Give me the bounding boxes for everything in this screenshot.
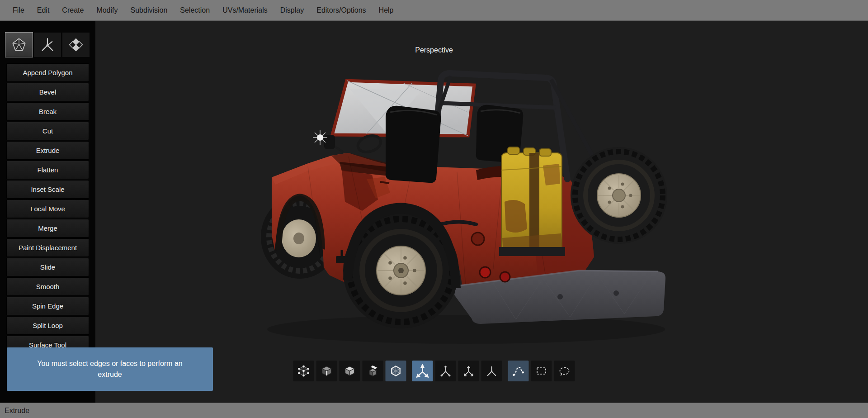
spare-tire — [571, 147, 667, 244]
menu-help[interactable]: Help — [373, 6, 400, 14]
axis-dots-icon — [439, 364, 453, 378]
tool-paint-displacement[interactable]: Paint Displacement — [6, 238, 89, 257]
menu-display[interactable]: Display — [274, 6, 310, 14]
tool-spin-edge[interactable]: Spin Edge — [6, 297, 89, 315]
notification-toast: You must select edges or faces to perfor… — [7, 347, 213, 391]
move-tool-button[interactable] — [412, 361, 433, 381]
marquee-rect-icon — [535, 364, 548, 378]
face-select-mode-button[interactable] — [340, 361, 360, 381]
antenna-puff — [313, 130, 327, 145]
axis-arrows-icon — [462, 364, 476, 378]
cube-object-icon — [366, 364, 380, 378]
vertex-select-mode-button[interactable] — [293, 361, 314, 381]
checker-diamond-icon — [68, 37, 84, 52]
tool-extrude[interactable]: Extrude — [6, 141, 89, 160]
axis-arrows-tool-button[interactable] — [458, 361, 479, 381]
menu-file[interactable]: File — [6, 6, 31, 14]
edge-select-mode-button[interactable] — [316, 361, 337, 381]
tool-slide[interactable]: Slide — [6, 258, 89, 276]
menu-edit[interactable]: Edit — [31, 6, 56, 14]
ground-shadow — [267, 315, 665, 344]
uv-tools-tab[interactable] — [62, 33, 90, 57]
polygon-tools-tab[interactable] — [5, 33, 33, 57]
menu-selection[interactable]: Selection — [174, 6, 216, 14]
notification-message: You must select edges or faces to perfor… — [26, 358, 194, 380]
polygon-select-mode-button[interactable] — [386, 361, 406, 381]
menu-modify[interactable]: Modify — [90, 6, 124, 14]
tool-inset-scale[interactable]: Inset Scale — [6, 180, 89, 199]
tool-bevel[interactable]: Bevel — [6, 83, 89, 101]
tool-merge[interactable]: Merge — [6, 219, 89, 238]
jeep-model — [261, 73, 667, 344]
move-axis-icon — [416, 364, 429, 378]
viewport-3d[interactable]: Perspective — [95, 21, 868, 403]
tool-local-move[interactable]: Local Move — [6, 200, 89, 218]
viewport-perspective-label: Perspective — [415, 46, 453, 54]
menu-uvs-materials[interactable]: UVs/Materials — [216, 6, 274, 14]
tool-list: Append Polygon Bevel Break Cut Extrude F… — [0, 62, 95, 354]
bottom-toolbar — [293, 361, 575, 381]
cube-vertices-icon — [297, 364, 311, 378]
hexagon-icon — [389, 364, 403, 378]
tool-flatten[interactable]: Flatten — [6, 161, 89, 179]
axis-pivot-tool-button[interactable] — [481, 361, 502, 381]
jerry-can — [499, 147, 565, 256]
lasso-select-tool-button[interactable] — [554, 361, 575, 381]
status-bar-text: Extrude — [5, 407, 29, 415]
tool-cut[interactable]: Cut — [6, 122, 89, 140]
selection-mode-group — [293, 361, 406, 381]
tool-panel: Append Polygon Bevel Break Cut Extrude F… — [0, 21, 95, 403]
wireframe-gem-icon — [11, 37, 27, 52]
axis-dots-tool-button[interactable] — [435, 361, 456, 381]
menu-editors-options[interactable]: Editors/Options — [310, 6, 372, 14]
soft-selection-tool-button[interactable] — [508, 361, 529, 381]
menu-subdivision[interactable]: Subdivision — [124, 6, 174, 14]
axis-pivot-icon — [485, 364, 499, 378]
axis-star-icon — [40, 37, 55, 52]
object-select-mode-button[interactable] — [363, 361, 383, 381]
status-bar: Extrude — [0, 403, 868, 418]
tool-split-loop[interactable]: Split Loop — [6, 316, 89, 335]
topology-tools-tab[interactable] — [34, 33, 61, 57]
mode-tabs — [0, 21, 95, 62]
selection-shape-group — [508, 361, 575, 381]
rectangle-select-tool-button[interactable] — [531, 361, 552, 381]
tool-append-polygon[interactable]: Append Polygon — [6, 63, 89, 82]
scene-canvas[interactable] — [95, 21, 868, 403]
tool-smooth[interactable]: Smooth — [6, 277, 89, 296]
transform-tool-group — [412, 361, 502, 381]
falloff-curve-icon — [512, 364, 525, 378]
menu-create[interactable]: Create — [56, 6, 90, 14]
cube-edges-icon — [320, 364, 334, 378]
tool-break[interactable]: Break — [6, 102, 89, 121]
lasso-icon — [558, 364, 571, 378]
menu-bar: File Edit Create Modify Subdivision Sele… — [0, 0, 868, 21]
cube-faces-icon — [343, 364, 357, 378]
